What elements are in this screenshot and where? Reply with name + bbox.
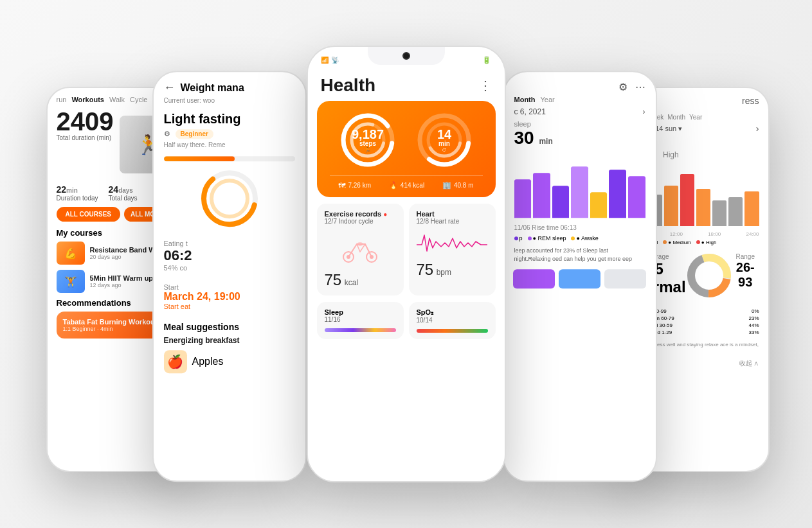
- sleep-card: Sleep 11/16: [317, 302, 404, 339]
- fasting-progress-bar: [164, 156, 295, 161]
- scene: run Workouts Walk Cycle 2409 Total durat…: [0, 0, 812, 528]
- weight-manage-sub: Current user: woo: [154, 97, 305, 104]
- svg-point-15: [357, 242, 363, 246]
- eating-label: Eating t: [164, 240, 295, 247]
- tab-month-stress[interactable]: Month: [667, 114, 685, 121]
- stat1-label: Duration today: [57, 195, 98, 202]
- stress-bar-5: [696, 189, 710, 227]
- spo2-title: SpO₂: [417, 308, 488, 317]
- health-header: Health ⋮: [308, 67, 505, 101]
- sleep-rise-time: 11/06 Rise time 06:13: [504, 223, 656, 233]
- high-dot: [696, 240, 700, 244]
- apple-label: Apples: [192, 356, 224, 367]
- camera-icon: [402, 52, 410, 60]
- eating-time: 06:2: [164, 247, 295, 264]
- stat2-value: 24days: [109, 184, 138, 195]
- metric-cards: Exercise records ● 12/7 Indoor cycle: [317, 204, 496, 295]
- health-app-content: Health ⋮ 9,187: [308, 67, 505, 481]
- stress-bar-6: [712, 200, 726, 227]
- sleep-settings-icon[interactable]: ⚙: [618, 81, 627, 93]
- sleep-bar-1: [514, 179, 532, 218]
- start-time[interactable]: March 24, 19:00: [164, 291, 295, 303]
- thumb-2: [559, 269, 600, 288]
- distance-icon: 🗺: [338, 182, 345, 189]
- wifi-icon: 📡: [331, 57, 339, 64]
- course-thumb-2: 🏋️: [57, 270, 85, 293]
- svg-point-2: [212, 180, 248, 216]
- tab-walk[interactable]: Walk: [109, 96, 125, 103]
- sleep-description: leep accounted for 23% of Sleep last nig…: [504, 244, 656, 265]
- exercise-icon: [325, 229, 396, 271]
- phone-fasting: ← Weight mana Current user: woo Light fa…: [152, 71, 307, 482]
- stress-bar-4: [680, 174, 694, 226]
- stat2-label: Total days: [109, 195, 138, 202]
- meal-suggestions-title: Meal suggestions: [154, 317, 305, 335]
- course-thumb-1: 💪: [57, 242, 85, 265]
- phone-notch: [368, 47, 445, 65]
- signal-icons: 📶 📡: [321, 57, 339, 64]
- sleep-bar-2: [533, 173, 550, 218]
- lower-cards: Sleep 11/16 SpO₂ 10/14: [317, 302, 496, 339]
- all-courses-button[interactable]: ALL COURSES: [57, 207, 121, 222]
- steps-ring: 9,187 steps 🏃: [339, 111, 397, 169]
- floor-icon: 🏢: [442, 181, 451, 189]
- floor-stat: 🏢 40.8 m: [442, 181, 474, 189]
- signal1-icon: 📶: [321, 57, 329, 64]
- exercise-subtitle: 12/7 Indoor cycle: [325, 218, 396, 225]
- sleep-bar-4: [571, 166, 588, 218]
- tab-cycle[interactable]: Cycle: [130, 96, 148, 103]
- stress-donut-chart: [687, 253, 732, 301]
- weight-manage-title: Weight mana: [181, 82, 244, 94]
- legend-awake: ● Awake: [571, 235, 598, 242]
- spo2-bar: [417, 329, 488, 333]
- tab-run[interactable]: run: [57, 96, 67, 103]
- course-meta-2: 12 days ago: [90, 282, 154, 288]
- deep-dot: [514, 236, 518, 240]
- legend-medium: ● Medium: [663, 240, 691, 245]
- more-menu-icon[interactable]: ⋮: [479, 78, 492, 93]
- time-label-1800: 18:00: [708, 231, 721, 237]
- sleep-tabs: Month Year: [504, 96, 656, 103]
- legend-high: ● High: [696, 240, 717, 245]
- distance-stat: 🗺 7.26 km: [338, 182, 371, 189]
- awake-dot: [571, 236, 575, 240]
- sleep-title: Sleep: [325, 308, 396, 316]
- sleep-value: 30 min: [504, 128, 656, 148]
- tab-year-stress[interactable]: Year: [689, 114, 702, 121]
- sleep-date-row: c 6, 2021 ›: [504, 106, 656, 118]
- stress-section-label: ress: [742, 96, 759, 106]
- stress-bar-7: [728, 197, 743, 226]
- eating-section: Eating t 06:2 54% co: [154, 234, 305, 277]
- activity-rings: 9,187 steps 🏃: [330, 111, 483, 169]
- time-ring: 14 min ⏱: [415, 111, 473, 169]
- tab-year[interactable]: Year: [540, 96, 554, 103]
- sleep-bottom-thumbs: [504, 265, 656, 292]
- halfway-text: Half way there. Reme: [154, 139, 305, 151]
- chevron-right-stress-icon[interactable]: ›: [756, 123, 759, 134]
- back-arrow-icon[interactable]: ←: [164, 81, 176, 94]
- chevron-right-icon[interactable]: ›: [643, 107, 645, 116]
- sleep-subtitle: 11/16: [325, 316, 396, 323]
- sleep-bar: [325, 328, 396, 332]
- start-link[interactable]: Start eat: [164, 303, 295, 310]
- meal-item: Energizing breakfast: [154, 335, 305, 346]
- medium-dot: [663, 240, 667, 244]
- beginner-badge: Beginner: [176, 129, 213, 139]
- heart-subtitle: 12/8 Heart rate: [417, 218, 488, 225]
- steps-value: 9,187 steps 🏃: [352, 128, 384, 153]
- heart-title: Heart: [417, 210, 488, 218]
- exercise-card: Exercise records ● 12/7 Indoor cycle: [317, 204, 404, 295]
- apple-icon: 🍎: [164, 350, 187, 373]
- sleep-section-label: sleep: [504, 118, 656, 128]
- exercise-value: 75 kcal: [325, 271, 396, 289]
- sleep-bar-6: [609, 170, 626, 218]
- sleep-more-icon[interactable]: ⋯: [635, 81, 645, 93]
- heart-card: Heart 12/8 Heart rate 75 bpm: [409, 204, 496, 295]
- tab-month[interactable]: Month: [514, 96, 536, 103]
- heart-value: 75 bpm: [417, 261, 488, 279]
- calories-icon: 🔥: [389, 181, 398, 189]
- tab-workouts[interactable]: Workouts: [71, 96, 104, 103]
- spo2-subtitle: 10/14: [417, 317, 488, 324]
- stat1-value: 22min: [57, 184, 98, 195]
- eating-pct: 54% co: [164, 264, 295, 272]
